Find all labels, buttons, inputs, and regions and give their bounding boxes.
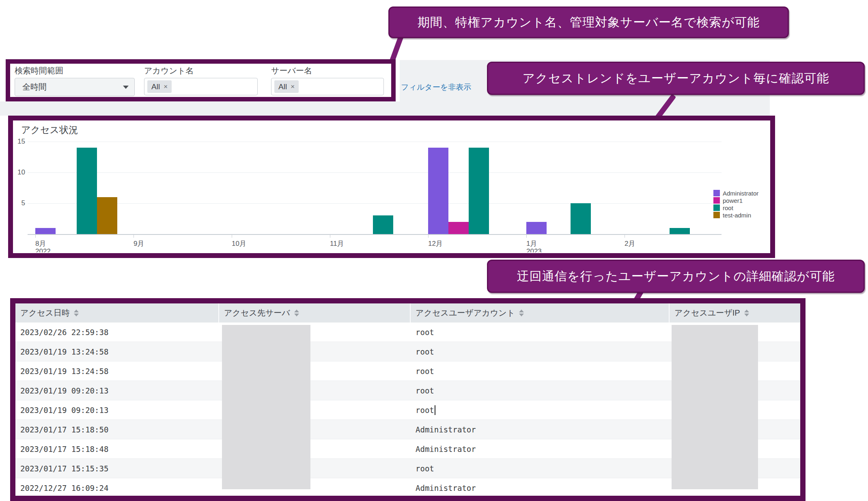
callout-trend-text: アクセストレンドをユーザーアカウント毎に確認可能 [523, 70, 829, 87]
time-range-label: 検索時間範囲 [15, 65, 63, 76]
sort-icon[interactable] [744, 310, 749, 316]
access-account-cell: root [411, 381, 670, 400]
callout-detail-text: 迂回通信を行ったユーザーアカウントの詳細確認が可能 [517, 268, 835, 285]
access-datetime-cell: 2023/01/17 15:18:50 [15, 420, 219, 439]
chart-bar-Administrator [428, 148, 448, 234]
access-log-table: アクセス日時アクセス先サーバアクセスユーザアカウントアクセスユーザIP 2023… [15, 303, 800, 496]
x-axis-line [28, 234, 722, 235]
column-header-label: アクセスユーザアカウント [416, 307, 515, 318]
account-name-tag-text: All [151, 82, 160, 91]
chart-bar-Administrator [35, 228, 56, 234]
chevron-down-icon [123, 86, 129, 89]
chart-gridline [28, 142, 722, 142]
callout-search-text: 期間、特権アカウント名、管理対象サーバー名で検索が可能 [418, 14, 760, 31]
chart-gridline [28, 203, 722, 204]
access-account-cell: root [411, 400, 670, 419]
hide-filter-link[interactable]: フィルターを非表示 [401, 82, 471, 92]
column-header-2[interactable]: アクセス先サーバ [219, 303, 411, 323]
callout-trend: アクセストレンドをユーザーアカウント毎に確認可能 [487, 62, 865, 95]
legend-item-Administrator[interactable]: Administrator [713, 190, 758, 197]
remove-tag-icon[interactable]: × [164, 83, 168, 91]
access-datetime-cell: 2023/01/17 15:15:35 [15, 459, 219, 478]
access-datetime-cell: 2022/12/27 16:09:24 [15, 478, 219, 497]
chart-bar-Administrator [526, 222, 547, 234]
chart-bar-root [469, 148, 489, 234]
chart-bar-root [77, 148, 97, 234]
column-header-label: アクセスユーザIP [674, 307, 740, 318]
table-header-row: アクセス日時アクセス先サーバアクセスユーザアカウントアクセスユーザIP [15, 303, 800, 323]
y-axis-tick-label: 10 [13, 168, 25, 176]
y-axis-tick-label: 5 [13, 199, 25, 207]
access-status-chart: アクセス状況 510158月20229月10月11月12月1月20232月Adm… [13, 120, 769, 252]
chart-bar-test-admin [97, 197, 117, 234]
x-axis-tick-label: 9月 [134, 239, 144, 248]
legend-swatch [713, 197, 720, 204]
access-datetime-cell: 2023/02/26 22:59:38 [15, 323, 219, 342]
x-axis-year-label: 2022 [35, 247, 51, 252]
x-axis-tickmark [330, 235, 330, 238]
chart-title: アクセス状況 [21, 124, 78, 136]
legend-item-power1[interactable]: power1 [713, 197, 743, 204]
access-account-cell: root [411, 459, 670, 478]
account-name-label: アカウント名 [144, 65, 194, 76]
remove-tag-icon[interactable]: × [291, 83, 295, 91]
time-range-dropdown[interactable]: 全時間 [15, 78, 135, 96]
x-axis-tick-label: 11月 [330, 239, 344, 248]
callout-detail: 迂回通信を行ったユーザーアカウントの詳細確認が可能 [487, 260, 865, 293]
legend-label: test-admin [723, 212, 751, 219]
column-header-3[interactable]: アクセスユーザアカウント [411, 303, 670, 323]
x-axis-tickmark [35, 235, 36, 238]
x-axis-tick-label: 1月 [526, 239, 537, 248]
x-axis-tick-label: 12月 [428, 239, 443, 248]
legend-label: power1 [723, 197, 743, 204]
y-axis-tick-label: 15 [13, 138, 25, 146]
x-axis-year-label: 2023 [526, 247, 542, 252]
access-log-table-panel: アクセス日時アクセス先サーバアクセスユーザアカウントアクセスユーザIP 2023… [10, 298, 806, 501]
server-name-label: サーバー名 [271, 65, 312, 76]
page-canvas: 期間、特権アカウント名、管理対象サーバー名で検索が可能 検索時間範囲 全時間 ア… [0, 0, 868, 501]
access-account-cell: Administrator [411, 439, 670, 458]
legend-item-test-admin[interactable]: test-admin [713, 212, 751, 219]
column-header-4[interactable]: アクセスユーザIP [670, 303, 800, 323]
chart-bar-root [373, 215, 393, 234]
x-axis-tick-label: 2月 [625, 239, 635, 248]
column-header-label: アクセス日時 [20, 307, 70, 318]
access-account-cell: Administrator [411, 420, 670, 439]
access-account-cell: root [411, 361, 670, 381]
redacted-server-values [222, 325, 310, 489]
x-axis-tick-label: 8月 [35, 239, 46, 248]
sort-icon[interactable] [519, 310, 524, 316]
x-axis-tickmark [428, 235, 429, 238]
legend-swatch [713, 204, 720, 211]
legend-item-root[interactable]: root [713, 204, 733, 212]
legend-label: Administrator [723, 190, 758, 197]
legend-swatch [713, 212, 720, 218]
server-name-tag[interactable]: All × [274, 80, 299, 93]
legend-swatch [713, 190, 720, 196]
sort-icon[interactable] [74, 310, 79, 316]
access-datetime-cell: 2023/01/19 13:24:58 [15, 342, 219, 361]
server-name-tag-text: All [278, 82, 287, 91]
chart-bar-power1 [448, 222, 469, 234]
redacted-ip-values [672, 325, 758, 489]
account-name-input[interactable]: All × [144, 78, 258, 95]
server-name-input[interactable]: All × [271, 78, 384, 95]
text-cursor [435, 405, 435, 415]
access-account-cell: root [411, 342, 670, 361]
x-axis-tickmark [134, 235, 134, 238]
toolbar-background-strip [0, 101, 770, 116]
chart-bar-root [571, 203, 591, 234]
account-name-tag[interactable]: All × [147, 80, 172, 93]
sort-icon[interactable] [294, 310, 299, 316]
column-header-1[interactable]: アクセス日時 [15, 303, 219, 323]
x-axis-tickmark [232, 235, 232, 238]
access-datetime-cell: 2023/01/19 13:24:58 [15, 361, 219, 381]
chart-bar-root [670, 228, 690, 234]
x-axis-tickmark [526, 235, 527, 238]
legend-label: root [723, 204, 733, 211]
access-status-chart-panel: アクセス状況 510158月20229月10月11月12月1月20232月Adm… [8, 116, 775, 258]
x-axis-tick-label: 10月 [232, 239, 246, 248]
x-axis-tickmark [625, 235, 625, 238]
column-header-label: アクセス先サーバ [224, 307, 290, 318]
time-range-value: 全時間 [22, 82, 47, 92]
